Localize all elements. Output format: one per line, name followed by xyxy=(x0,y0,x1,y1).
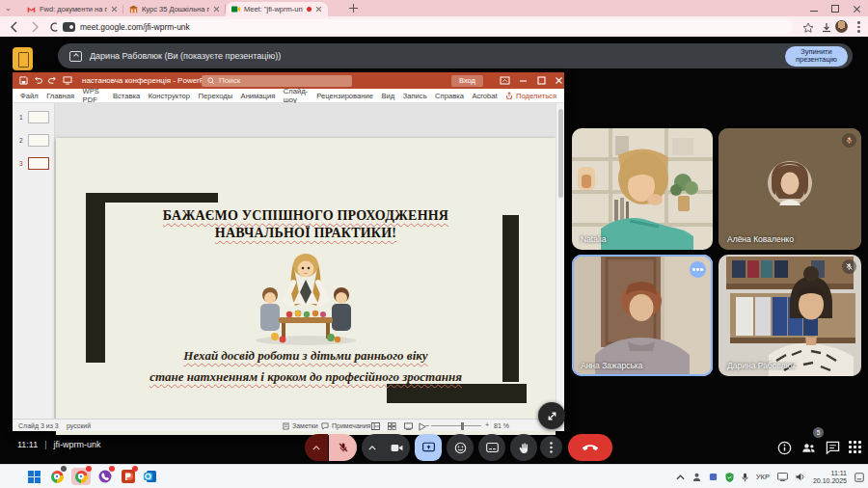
chat-icon[interactable] xyxy=(826,441,840,455)
zoom-percent[interactable]: 81 % xyxy=(494,422,509,429)
ppt-maximize-icon[interactable] xyxy=(536,75,547,86)
ribbon-options-icon[interactable] xyxy=(500,75,510,86)
reactions-button[interactable] xyxy=(447,434,474,461)
menu-item-record[interactable]: Запись xyxy=(403,92,427,100)
url-field[interactable]: meet.google.com/jfi-wprm-unk xyxy=(56,19,793,34)
camera-options-chevron-icon[interactable] xyxy=(362,434,383,461)
menu-item-insert[interactable]: Вставка xyxy=(113,92,140,100)
view-normal-icon[interactable] xyxy=(371,422,380,430)
present-button-active[interactable] xyxy=(415,434,442,461)
view-sorter-icon[interactable] xyxy=(388,422,396,430)
menu-item-help[interactable]: Справка xyxy=(435,92,464,100)
back-icon[interactable] xyxy=(9,21,20,33)
new-tab-button[interactable] xyxy=(349,4,358,13)
tab-close-icon[interactable] xyxy=(315,6,322,13)
undo-icon[interactable] xyxy=(34,76,42,85)
tile-options-icon[interactable] xyxy=(690,261,706,278)
tab-search-chevron-icon[interactable]: ⌄ xyxy=(5,4,14,14)
ppt-signin-button[interactable]: Вход xyxy=(451,75,483,87)
mic-options-chevron-icon[interactable] xyxy=(305,434,328,461)
language-indicator[interactable]: УКР xyxy=(756,473,770,481)
slide-thumb-box[interactable] xyxy=(28,134,49,147)
taskbar-outlook-icon[interactable] xyxy=(142,468,159,485)
save-icon[interactable] xyxy=(19,76,28,85)
people-icon[interactable] xyxy=(801,441,816,455)
taskbar-clock[interactable]: 11:11 20.10.2025 xyxy=(813,470,847,485)
redo-icon[interactable] xyxy=(48,76,57,85)
menu-item-animations[interactable]: Анимация xyxy=(241,92,276,100)
window-minimize-button[interactable] xyxy=(810,5,818,13)
tray-mic-icon[interactable] xyxy=(742,473,748,482)
ppt-vertical-scrollbar[interactable] xyxy=(556,103,564,419)
raise-hand-button[interactable] xyxy=(510,434,537,461)
more-options-button[interactable] xyxy=(540,436,562,458)
forward-icon[interactable] xyxy=(29,21,41,33)
menu-item-view[interactable]: Вид xyxy=(381,92,394,100)
menu-item-review[interactable]: Рецензирование xyxy=(316,92,373,100)
menu-item-home[interactable]: Главная xyxy=(46,92,74,100)
profile-avatar[interactable] xyxy=(835,20,848,33)
slide-thumb-1[interactable]: 1 xyxy=(13,111,54,123)
meeting-details-icon[interactable] xyxy=(777,441,792,455)
notifications-icon[interactable] xyxy=(854,473,864,482)
mic-control[interactable] xyxy=(305,434,357,461)
ppt-minimize-icon[interactable] xyxy=(518,75,529,86)
taskbar-chrome-icon[interactable] xyxy=(48,468,66,485)
expand-presentation-button[interactable] xyxy=(538,402,565,429)
tab-close-icon[interactable] xyxy=(213,6,220,13)
leave-call-button[interactable] xyxy=(568,434,612,461)
camera-control[interactable] xyxy=(362,434,410,461)
ppt-close-icon[interactable] xyxy=(554,75,564,86)
onedrive-person-icon[interactable] xyxy=(692,473,701,482)
tab-gmail[interactable]: Fwd: документи на підпис - di xyxy=(21,2,123,16)
stop-presenting-button[interactable]: Зупинити презентацію xyxy=(785,46,848,67)
ppt-search-box[interactable]: Поиск xyxy=(202,75,352,87)
participant-tile-daryna[interactable]: Дарина Рабовлюк xyxy=(719,255,861,376)
scrollbar-thumb[interactable] xyxy=(558,109,563,198)
zoom-slider-thumb[interactable] xyxy=(461,422,464,430)
menu-item-acrobat[interactable]: Acrobat xyxy=(472,92,497,100)
menu-item-file[interactable]: Файл xyxy=(20,92,39,100)
menu-item-wps-pdf[interactable]: WPS PDF xyxy=(83,87,105,104)
tab-close-icon[interactable] xyxy=(111,6,118,13)
zoom-in-icon[interactable]: + xyxy=(485,421,489,428)
participant-tile-natalia[interactable]: Natalia xyxy=(572,128,713,250)
menu-item-transitions[interactable]: Переходы xyxy=(198,92,232,100)
captions-button[interactable] xyxy=(478,434,505,461)
tray-chevron-icon[interactable] xyxy=(676,474,685,480)
slideshow-icon[interactable] xyxy=(63,76,72,85)
participant-tile-anna[interactable]: Анна Зажарська xyxy=(572,255,713,376)
zoom-out-icon[interactable]: – xyxy=(425,421,429,428)
bookmark-star-icon[interactable] xyxy=(802,22,814,34)
taskbar-powerpoint-icon[interactable] xyxy=(120,468,137,485)
slide-thumb-box[interactable] xyxy=(28,111,49,123)
volume-icon[interactable] xyxy=(796,473,805,481)
browser-menu-icon[interactable] xyxy=(857,21,860,34)
window-maximize-button[interactable] xyxy=(831,5,839,13)
slide-thumb-box[interactable] xyxy=(28,157,49,170)
display-cast-icon[interactable] xyxy=(777,473,788,481)
slide-canvas[interactable]: БАЖАЄМО УСПІШНОГО ПРОХОДЖЕННЯ НАВЧАЛЬНОЇ… xyxy=(56,138,556,435)
download-icon[interactable] xyxy=(821,22,832,34)
window-close-button[interactable] xyxy=(853,5,860,13)
tab-meet[interactable]: Meet: "jfi-wprm-unk" xyxy=(226,2,328,16)
menu-item-slideshow[interactable]: Слайд-шоу xyxy=(284,87,309,104)
sharing-indicator-icon[interactable] xyxy=(13,47,33,70)
comments-toggle[interactable]: Примечания xyxy=(332,422,370,429)
notes-toggle[interactable]: Заметки xyxy=(292,422,318,429)
slide-thumb-2[interactable]: 2 xyxy=(13,134,54,147)
view-reading-icon[interactable] xyxy=(404,422,413,430)
language-status[interactable]: русский xyxy=(67,422,91,429)
taskbar-active-chrome-icon[interactable] xyxy=(71,468,91,485)
mic-muted-button[interactable] xyxy=(329,434,357,461)
share-button[interactable]: Поделиться xyxy=(505,92,556,100)
start-button[interactable] xyxy=(25,468,42,485)
teams-icon[interactable] xyxy=(709,473,718,481)
slide-thumbnail-panel[interactable]: 1 2 3 xyxy=(13,103,55,419)
activities-icon[interactable] xyxy=(849,441,863,455)
taskbar-viber-icon[interactable] xyxy=(96,468,114,485)
zoom-slider[interactable] xyxy=(431,425,481,426)
security-shield-icon[interactable] xyxy=(725,473,734,482)
camera-button[interactable] xyxy=(383,434,410,461)
slide-thumb-3-selected[interactable]: 3 xyxy=(13,157,54,170)
